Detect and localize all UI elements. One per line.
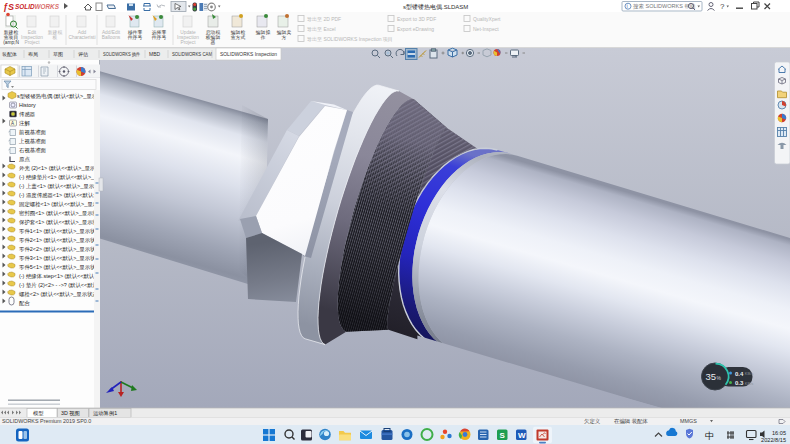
svg-text:布局: 布局: [28, 51, 38, 58]
svg-text:Net-Inspect: Net-Inspect: [473, 26, 499, 32]
svg-text:导出至 2D PDF: 导出至 2D PDF: [307, 16, 341, 22]
svg-text:QualityXpert: QualityXpert: [473, 16, 501, 22]
svg-text:Inspection: Inspection: [177, 35, 199, 40]
svg-text:W: W: [518, 431, 526, 440]
svg-text:件序号: 件序号: [127, 34, 143, 40]
svg-text:固定螺栓<1> (默认<<默认>_显示: 固定螺栓<1> (默认<<默认>_显示: [19, 201, 99, 208]
svg-text:History: History: [19, 102, 36, 108]
svg-text:SOLIDWORKS Inspection: SOLIDWORKS Inspection: [220, 51, 277, 57]
svg-text:零件5<1> (默认<<默认>_显示状: 零件5<1> (默认<<默认>_显示状: [19, 264, 96, 270]
svg-text:欠定义: 欠定义: [584, 418, 601, 425]
svg-text:MMGS: MMGS: [680, 418, 697, 424]
svg-text:查项目: 查项目: [4, 35, 18, 40]
svg-text:作: 作: [261, 35, 266, 40]
svg-text:Project: Project: [25, 40, 41, 45]
svg-text:(-) 绝缘体.step<1> (默认<<默认>: (-) 绝缘体.step<1> (默认<<默认>: [19, 273, 97, 279]
svg-text:(-) 垫片 (2)<2> - ->? (默认<<默认: (-) 垫片 (2)<2> - ->? (默认<<默认: [19, 282, 99, 289]
svg-text:传感器: 传感器: [19, 111, 35, 117]
svg-text:(-) 温度传感器<1> (默认<<默认>: (-) 温度传感器<1> (默认<<默认>: [19, 192, 96, 199]
svg-text:A: A: [11, 121, 14, 126]
svg-text:草图: 草图: [53, 51, 63, 58]
svg-text:Export to 3D PDF: Export to 3D PDF: [397, 16, 436, 22]
svg-text:评估: 评估: [78, 51, 88, 58]
svg-text:16:05: 16:05: [772, 430, 786, 436]
svg-text:方: 方: [282, 34, 287, 41]
svg-text:SOLIDWORKS 插件: SOLIDWORKS 插件: [103, 51, 140, 58]
svg-text:保护套<1> (默认<<默认>_显示状: 保护套<1> (默认<<默认>_显示状: [19, 219, 99, 225]
svg-text:零件2<2> (默认<<默认>_显示状: 零件2<2> (默认<<默认>_显示状: [19, 246, 96, 252]
svg-text:0.4: 0.4: [735, 371, 744, 377]
svg-text:螺栓<2> (默认<<默认>_显示状态: 螺栓<2> (默认<<默认>_显示状态: [19, 291, 99, 298]
svg-text:在编辑 装配体: 在编辑 装配体: [614, 418, 648, 425]
svg-text:SOLIDWORKS Premium 2019 SP0.0: SOLIDWORKS Premium 2019 SP0.0: [2, 418, 91, 424]
svg-text:零件1<1> (默认<<默认>_显示状态: 零件1<1> (默认<<默认>_显示状态: [19, 228, 102, 234]
svg-text:板编辑: 板编辑: [206, 35, 221, 40]
svg-text:查方式: 查方式: [231, 34, 246, 41]
svg-text:KB/s: KB/s: [745, 381, 753, 386]
svg-text:模型: 模型: [33, 410, 44, 417]
svg-text:Add/Edit: Add/Edit: [102, 30, 121, 35]
svg-text:(amp;N: (amp;N: [3, 40, 19, 45]
svg-text:MBD: MBD: [149, 51, 161, 57]
svg-text:运动算例1: 运动算例1: [93, 410, 117, 417]
svg-text:2022/8/15: 2022/8/15: [761, 437, 786, 443]
svg-text:0.3: 0.3: [735, 380, 744, 386]
svg-text:(-) 上盖<1> (默认<<默认>_显示状: (-) 上盖<1> (默认<<默认>_显示状: [19, 183, 100, 189]
svg-text:35: 35: [706, 371, 717, 382]
svg-text:Balloons: Balloons: [102, 35, 121, 40]
svg-text:Add: Add: [78, 30, 87, 35]
svg-text:零件3<1> (默认<<默认>_显示状: 零件3<1> (默认<<默认>_显示状: [19, 255, 96, 261]
svg-text:前视基准面: 前视基准面: [19, 129, 47, 136]
svg-text:Export eDrawing: Export eDrawing: [397, 26, 434, 32]
svg-text:装配体: 装配体: [2, 51, 17, 58]
svg-text:配合: 配合: [19, 300, 30, 307]
svg-text:3D 视图: 3D 视图: [61, 410, 80, 417]
svg-text:导出至 Excel: 导出至 Excel: [307, 26, 336, 32]
svg-text:Edit: Edit: [28, 30, 37, 35]
svg-text:外壳 (2)<1> (默认<<默认>_显示状: 外壳 (2)<1> (默认<<默认>_显示状: [19, 165, 101, 172]
svg-text:SOLIDWORKS CAM: SOLIDWORKS CAM: [172, 51, 212, 57]
svg-text:KB/s: KB/s: [745, 371, 753, 376]
svg-text:密封圈<1> (默认<<默认>_显示状: 密封圈<1> (默认<<默认>_显示状: [19, 210, 99, 216]
svg-text:i: i: [627, 3, 628, 9]
svg-text:Characteristi: Characteristi: [69, 35, 96, 40]
svg-text:SOLIDWORKS: SOLIDWORKS: [15, 3, 59, 10]
svg-text:零件2<1> (默认<<默认>_显示状: 零件2<1> (默认<<默认>_显示状: [19, 237, 96, 243]
svg-text:S: S: [500, 431, 506, 440]
svg-text:Update: Update: [180, 30, 196, 35]
svg-text:右视基准面: 右视基准面: [19, 147, 47, 154]
svg-text:Inspection: Inspection: [21, 35, 43, 40]
svg-text:编辑卖: 编辑卖: [277, 30, 292, 35]
svg-text:板: 板: [53, 35, 58, 40]
svg-text:原点: 原点: [19, 156, 30, 162]
svg-text:中: 中: [705, 431, 714, 441]
svg-text:编辑操: 编辑操: [256, 29, 271, 35]
svg-text:%: %: [717, 375, 722, 381]
svg-text:s型镂镂热电偶.SLDASM: s型镂镂热电偶.SLDASM: [403, 3, 468, 11]
svg-text:件序号: 件序号: [151, 34, 167, 40]
svg-text:?: ?: [720, 2, 725, 11]
svg-text:Project: Project: [181, 40, 197, 45]
svg-text:搜索 SOLIDWORKS 帮助: 搜索 SOLIDWORKS 帮助: [633, 3, 696, 10]
svg-text:编辑检: 编辑检: [231, 29, 246, 35]
svg-text:ƒS: ƒS: [3, 2, 14, 12]
svg-text:导出至 SOLIDWORKS Inspection 项目: 导出至 SOLIDWORKS Inspection 项目: [307, 36, 393, 43]
svg-text:(-) 绝缘垫片<1> (默认<<默认>_显: (-) 绝缘垫片<1> (默认<<默认>_显: [19, 174, 100, 181]
svg-text:注解: 注解: [19, 120, 30, 127]
svg-text:上视基准面: 上视基准面: [19, 138, 47, 145]
